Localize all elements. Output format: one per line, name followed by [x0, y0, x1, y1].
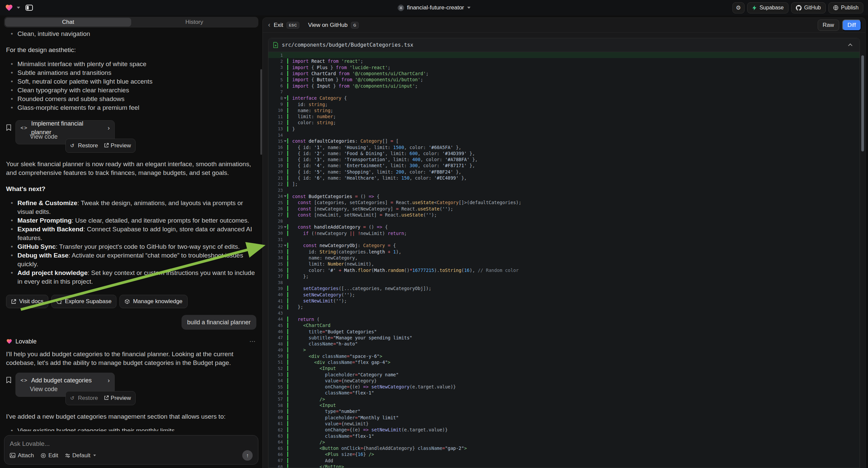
edit-button[interactable]: Edit: [40, 452, 58, 459]
code-line: 42 };: [269, 304, 860, 310]
code-editor[interactable]: 12import React from 'react';3import { Pl…: [269, 52, 860, 468]
code-line: 48 className="h-auto": [269, 341, 860, 347]
chevron-right-icon: ›: [108, 376, 110, 385]
preview-button[interactable]: Preview: [104, 394, 131, 403]
view-on-github-button[interactable]: View on GitHub: [308, 22, 348, 29]
attach-button[interactable]: Attach: [10, 452, 34, 459]
tab-history[interactable]: History: [131, 18, 257, 27]
exit-button[interactable]: Exit: [274, 22, 283, 29]
list-item: GitHub Sync: Transfer your project's cod…: [6, 242, 256, 251]
code-line: 67 Add: [269, 458, 860, 464]
supabase-button[interactable]: Supabase: [747, 2, 788, 13]
version-card-implement-financial-planner[interactable]: <> Implement financial planner › View co…: [16, 120, 115, 144]
code-line: 50 <div className="space-y-6">: [269, 353, 860, 359]
chat-input[interactable]: Ask Lovable...: [10, 440, 253, 447]
code-line: 44 return (: [269, 316, 860, 322]
model-selector[interactable]: Default: [65, 452, 96, 459]
preview-button[interactable]: Preview: [104, 141, 131, 150]
code-line: 20 { id: '5', name: 'Shopping', limit: 2…: [269, 169, 860, 175]
chat-messages[interactable]: Clean, intuitive navigation For the desi…: [4, 28, 258, 431]
list-item: Minimalist interface with plenty of whit…: [6, 60, 256, 68]
code-scrollbar[interactable]: [861, 55, 864, 151]
chat-scrollbar[interactable]: [260, 69, 262, 155]
code-line: 36 color: '#' + Math.floor(Math.random()…: [269, 267, 860, 273]
code-line: 58 <Input: [269, 402, 860, 408]
gear-icon: ⚙: [736, 4, 741, 11]
send-button[interactable]: ↑: [242, 450, 253, 461]
restore-icon: ↺: [70, 395, 74, 401]
assistant-intro: I'll help you add budget categories to t…: [6, 350, 256, 367]
bookmark-icon[interactable]: [6, 377, 11, 383]
code-line: 66 <Plus size={16} />: [269, 451, 860, 457]
code-line: 9 id: string;: [269, 101, 860, 107]
bookmark-icon[interactable]: [6, 124, 11, 131]
code-line: 31: [269, 236, 860, 242]
app-root: financial-future-creator ⚙ Supabase GitH…: [0, 0, 868, 468]
collapse-file-button[interactable]: [846, 40, 855, 49]
manage-knowledge-button[interactable]: Manage knowledge: [119, 295, 187, 308]
workspace-chevron-down-icon[interactable]: [17, 7, 20, 9]
list-item: Glass-morphic elements for a premium fee…: [6, 104, 256, 112]
code-line: 24const BudgetCategories = () => {: [269, 194, 860, 199]
list-item: Add project knowledge: Set key context o…: [6, 269, 256, 286]
github-button[interactable]: GitHub: [791, 2, 826, 13]
feature-bullet-list: View existing budget categories with the…: [6, 427, 256, 431]
globe-icon: [833, 5, 838, 10]
panel-left-icon: [26, 5, 33, 11]
list-item: Expand with Backend: Connect Supabase to…: [6, 225, 256, 242]
list-item: View existing budget categories with the…: [6, 427, 256, 431]
code-line: 54 value={newCategory}: [269, 378, 860, 384]
composer: Ask Lovable... Attach Edit Default: [4, 435, 258, 465]
list-item: Debug with Ease: Activate our experiment…: [6, 251, 256, 269]
list-item: Clean typography with clear hierarchies: [6, 86, 256, 95]
supabase-bolt-icon: [752, 5, 757, 11]
raw-tab[interactable]: Raw: [818, 20, 839, 31]
explore-supabase-button[interactable]: Explore Supabase: [51, 295, 117, 308]
assistant-followup: I've added a new budget categories manag…: [6, 412, 256, 421]
whats-next-heading: What's next?: [6, 185, 256, 194]
assistant-bullet-list: Clean, intuitive navigation: [6, 30, 256, 38]
diff-tab[interactable]: Diff: [842, 20, 861, 31]
code-line: 7: [269, 89, 860, 95]
code-line: 61 value={newLimit}: [269, 421, 860, 427]
message-menu-icon[interactable]: ⋯: [249, 337, 256, 346]
project-chevron-down-icon: [467, 7, 470, 9]
publish-button[interactable]: Publish: [829, 2, 863, 13]
version-actions: ↺ Restore Preview: [65, 391, 135, 405]
restore-icon: ↺: [70, 143, 74, 148]
code-line: 23: [269, 187, 860, 194]
version-card-add-budget-categories[interactable]: <> Add budget categories › View code ↺ R…: [16, 373, 115, 397]
whats-next-list: Refine & Customize: Tweak the design, an…: [6, 199, 256, 286]
user-message: build a financial planner: [182, 315, 256, 330]
code-line: 62 onChange={(e) => setNewLimit(e.target…: [269, 427, 860, 433]
code-line: 37 };: [269, 273, 860, 279]
visit-docs-button[interactable]: Visit docs: [6, 295, 48, 308]
code-line: 1: [269, 52, 860, 58]
version-actions: ↺ Restore Preview: [65, 139, 135, 153]
project-switcher[interactable]: financial-future-creator: [398, 0, 470, 16]
settings-button[interactable]: ⚙: [733, 2, 745, 13]
file-path: src/components/budget/BudgetCategories.t…: [282, 42, 413, 48]
assistant-summary: Your sleek financial planner is now read…: [6, 160, 256, 177]
lovable-logo-icon[interactable]: [5, 4, 13, 12]
restore-button[interactable]: ↺ Restore: [70, 394, 98, 403]
tab-chat[interactable]: Chat: [5, 18, 131, 27]
code-line: 10 name: string;: [269, 108, 860, 114]
code-line: 26 const [newCategory, setNewCategory] =…: [269, 205, 860, 211]
code-line: 6import { Input } from '@/components/ui/…: [269, 83, 860, 89]
list-item: Master Prompting: Use clear, detailed, a…: [6, 216, 256, 225]
code-line: 5import { Button } from '@/components/ui…: [269, 77, 860, 83]
sidebar-toggle-button[interactable]: [24, 2, 35, 13]
restore-button[interactable]: ↺ Restore: [70, 141, 98, 150]
code-line: 22];: [269, 181, 860, 187]
code-line: 14: [269, 132, 860, 138]
chevron-left-icon[interactable]: ‹: [268, 21, 271, 29]
code-line: 53 placeholder="Category name": [269, 371, 860, 377]
list-item: Refine & Customize: Tweak the design, an…: [6, 199, 256, 216]
assistant-quick-actions: Visit docs Explore Supabase Manage knowl…: [6, 295, 256, 308]
code-line: 19 { id: '4', name: 'Entertainment', lim…: [269, 163, 860, 169]
code-line: 38: [269, 279, 860, 285]
file-header[interactable]: src/components/budget/BudgetCategories.t…: [269, 38, 860, 52]
code-line: 65 <Button onClick={handleAddCategory} c…: [269, 445, 860, 451]
code-line: 49 >: [269, 347, 860, 353]
